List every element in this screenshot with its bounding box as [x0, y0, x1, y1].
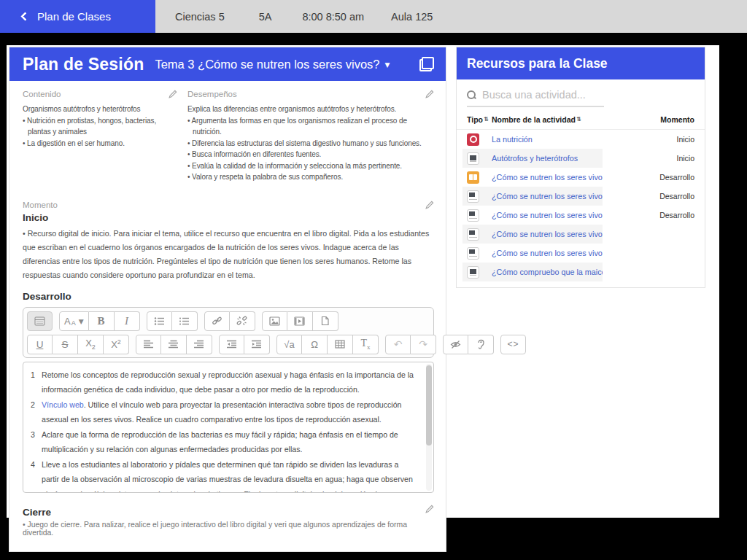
resource-link[interactable]: ¿Cómo se nutren los seres vivos?: [492, 249, 603, 257]
outdent-button[interactable]: [219, 335, 244, 354]
desarrollo-editor[interactable]: Retome los conceptos de reproducción sex…: [23, 362, 434, 493]
equation-button[interactable]: √a: [276, 335, 302, 354]
column-header-momento: Momento: [603, 115, 694, 124]
momento-label: Momento: [23, 201, 58, 209]
special-character-button[interactable]: Ω: [302, 335, 328, 354]
superscript-icon: X2: [111, 338, 121, 350]
session-plan-header: Plan de Sesión Tema 3 ¿Cómo se nutren lo…: [9, 47, 446, 81]
topic-label: Tema 3 ¿Cómo se nutren los seres vivos?: [155, 58, 379, 71]
back-button[interactable]: Plan de Clases: [0, 0, 155, 33]
bullet-list-icon: [154, 316, 165, 326]
desarrollo-heading: Desarrollo: [23, 291, 434, 302]
desarrollo-step: Retome los conceptos de reproducción sex…: [29, 368, 416, 397]
resource-row[interactable]: ¿Cómo se nutren los seres vivos? Desarro…: [457, 206, 705, 225]
outdent-icon: [227, 340, 237, 349]
bullet-list-button[interactable]: [147, 311, 172, 331]
insert-media-button[interactable]: [287, 311, 313, 331]
resources-table: Tipo⇅ Nombre de la actividad⇅ Momento La…: [457, 109, 705, 287]
duplicate-plan-button[interactable]: [419, 57, 434, 71]
font-icon: A: [64, 316, 71, 327]
desempenos-bullet: • Evalúa la calidad de la información y …: [187, 160, 434, 172]
resource-momento: Desarrollo: [603, 173, 694, 182]
resource-link[interactable]: ¿Cómo se nutren los seres vivos?: [492, 211, 603, 219]
book-icon: [467, 171, 479, 184]
bold-button[interactable]: B: [89, 311, 115, 331]
editor-scrollbar-thumb[interactable]: [426, 365, 432, 446]
time-label: 8:00 8:50 am: [302, 11, 364, 23]
resource-link[interactable]: ¿Cómo se nutren los seres vivos?: [492, 173, 603, 182]
edit-desempenos-icon[interactable]: [425, 90, 434, 99]
topic-dropdown[interactable]: Tema 3 ¿Cómo se nutren los seres vivos? …: [155, 58, 390, 71]
screenreader-helper-button[interactable]: [468, 335, 494, 354]
resource-row[interactable]: La nutrición Inicio: [457, 130, 705, 149]
strikethrough-button[interactable]: S: [53, 335, 78, 354]
edit-contenido-icon[interactable]: [168, 90, 177, 99]
resource-row[interactable]: ¿Cómo se nutren los seres vivos? Desarro…: [457, 187, 705, 206]
edit-momento-icon[interactable]: [425, 201, 434, 210]
collapse-toolbar-button[interactable]: [27, 311, 53, 331]
align-center-button[interactable]: [161, 335, 187, 354]
resource-row[interactable]: ¿Cómo compruebo que la maice...: [457, 262, 705, 281]
underline-icon: U: [36, 339, 44, 350]
align-left-button[interactable]: [136, 335, 161, 354]
table-icon: [335, 340, 345, 349]
desempenos-intro: Explica las diferencias entre organismos…: [187, 104, 434, 115]
rich-text-toolbar: AA▼ B I: [23, 307, 434, 358]
align-right-button[interactable]: [187, 335, 212, 354]
italic-button[interactable]: I: [115, 311, 140, 331]
desempenos-bullet: • Valora y respeta la palabra de sus com…: [187, 171, 434, 183]
resource-link[interactable]: ¿Cómo se nutren los seres vivos?: [492, 230, 603, 238]
file-icon: [320, 316, 330, 326]
presentation-icon: [467, 152, 479, 165]
resource-row[interactable]: Autótrofos y heterótrofos Inicio: [457, 149, 705, 168]
content-canvas: Plan de Sesión Tema 3 ¿Cómo se nutren lo…: [7, 45, 719, 518]
column-header-nombre[interactable]: Nombre de la actividad⇅: [492, 115, 603, 124]
numbered-list-button[interactable]: [172, 311, 198, 331]
image-icon: [269, 316, 280, 326]
unlink-button[interactable]: [230, 311, 255, 331]
superscript-button[interactable]: X2: [104, 335, 129, 354]
top-bar: Plan de Clases Ciencias 5 5A 8:00 8:50 a…: [0, 0, 747, 33]
underline-button[interactable]: U: [27, 335, 53, 354]
html-source-button[interactable]: <>: [500, 335, 526, 354]
desarrollo-steps: Retome los conceptos de reproducción sex…: [29, 368, 416, 493]
resource-link[interactable]: Autótrofos y heterótrofos: [492, 154, 578, 163]
subscript-button[interactable]: X2: [78, 335, 104, 354]
resource-link[interactable]: ¿Cómo se nutren los seres vivos?: [492, 192, 603, 201]
accessibility-checker-button[interactable]: [443, 335, 468, 354]
inicio-heading: Inicio: [23, 212, 434, 223]
resource-row[interactable]: ¿Cómo se nutren los seres vivos? Desarro…: [457, 168, 705, 187]
search-input[interactable]: [482, 89, 592, 101]
undo-button[interactable]: ↶: [385, 335, 411, 354]
resource-row[interactable]: ¿Cómo se nutren los seres vivos?: [457, 244, 705, 262]
activity-search: [467, 89, 604, 107]
contenido-label: Contenido: [23, 90, 61, 98]
resource-momento: Desarrollo: [603, 211, 694, 219]
inicio-text: • Recurso digital de inicio. Para inicia…: [23, 227, 431, 282]
column-header-tipo[interactable]: Tipo⇅: [467, 115, 492, 124]
font-style-button[interactable]: AA▼: [59, 311, 89, 331]
slide-icon: [467, 209, 479, 222]
desempenos-bullet: • Busca información en diferentes fuente…: [187, 149, 434, 160]
back-button-label: Plan de Clases: [37, 10, 111, 23]
resource-row[interactable]: ¿Cómo se nutren los seres vivos?: [457, 225, 705, 244]
resource-link[interactable]: La nutrición: [492, 135, 533, 144]
resource-link[interactable]: ¿Cómo compruebo que la maice...: [492, 268, 603, 276]
insert-table-button[interactable]: [328, 335, 353, 354]
clear-formatting-icon: Tx: [360, 338, 370, 351]
indent-icon: [252, 340, 262, 349]
slide-icon: [467, 190, 479, 203]
desempenos-bullet: • Diferencia las estructuras del sistema…: [187, 138, 434, 149]
indent-button[interactable]: [244, 335, 270, 354]
attach-file-button[interactable]: [313, 311, 338, 331]
class-name-label: Ciencias 5: [175, 11, 225, 23]
vinculo-web-link[interactable]: Vínculo web: [42, 400, 84, 409]
subscript-icon: X2: [85, 338, 96, 351]
redo-button[interactable]: ↷: [411, 335, 436, 354]
link-button[interactable]: [204, 311, 230, 331]
insert-image-button[interactable]: [262, 311, 287, 331]
edit-cierre-icon[interactable]: [425, 505, 434, 514]
media-icon: [294, 316, 305, 326]
clear-formatting-button[interactable]: Tx: [353, 335, 379, 354]
sort-icon: ⇅: [576, 116, 581, 122]
